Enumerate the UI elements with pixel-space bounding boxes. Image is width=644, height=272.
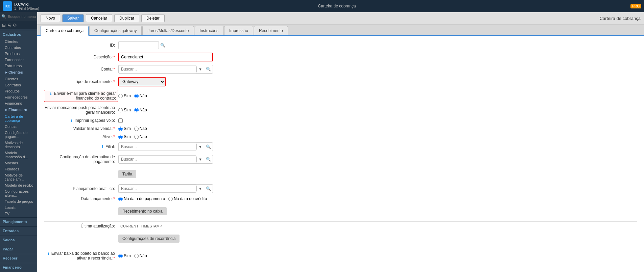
sidebar-item-produtos[interactable]: Produtos [0, 51, 37, 57]
config-alternativa-search-icon[interactable]: 🔍 [204, 156, 213, 162]
conta-arrow[interactable]: ▼ [196, 66, 204, 72]
sidebar-item-condicoes[interactable]: Condições de pagam... [0, 130, 37, 140]
enviar-email-nao-label[interactable]: Não [134, 93, 147, 98]
planejamento-arrow[interactable]: ▼ [196, 186, 204, 191]
sidebar-item-financeiro-sub[interactable]: Financeiro [0, 100, 37, 106]
ativo-nao-radio[interactable] [134, 135, 139, 139]
sidebar-subsection-financeiro[interactable]: ▸ Financeiro [0, 106, 37, 113]
ativo-sim-radio[interactable] [118, 135, 123, 139]
validar-filial-sim-label[interactable]: Sim [118, 126, 131, 131]
settings-icon[interactable]: ⚙ [13, 23, 17, 28]
sidebar-item-config-alternativas[interactable]: Configurações altern... [0, 188, 37, 198]
validar-filial-nao-radio[interactable] [134, 127, 139, 131]
validar-filial-sim-radio[interactable] [118, 127, 123, 131]
filial-search-icon[interactable]: 🔍 [204, 144, 213, 150]
enviar-push-nao-label[interactable]: Não [134, 108, 147, 112]
sidebar-item-feriados[interactable]: Feriados [0, 166, 37, 172]
enviar-email-sim-radio[interactable] [118, 94, 123, 98]
sidebar-item-motivos-desconto[interactable]: Motivos de desconto [0, 140, 37, 150]
ativo-sim-label[interactable]: Sim [118, 134, 131, 139]
sidebar-item-contas[interactable]: Contas [0, 124, 37, 130]
enviar-push-nao-radio[interactable] [134, 108, 139, 112]
sidebar-item-tv[interactable]: TV [0, 211, 37, 217]
sidebar-item-produtos2[interactable]: Produtos [0, 88, 37, 94]
planejamento-search-icon[interactable]: 🔍 [204, 186, 213, 192]
sidebar-item-fornecedor[interactable]: Fornecedor [0, 57, 37, 63]
enviar-push-sim-radio[interactable] [118, 108, 123, 112]
config-alternativa-input[interactable] [119, 155, 196, 163]
enviar-email-label: ℹ Enviar e-mail para cliente ao gerar fi… [44, 90, 118, 102]
planejamento-input[interactable] [119, 185, 196, 193]
tab-recebimento[interactable]: Recebimento [254, 26, 288, 35]
ativo-nao-label[interactable]: Não [134, 134, 147, 139]
tab-instrucoes[interactable]: Instruções [195, 26, 223, 35]
enviar-baixa-nao-radio[interactable] [134, 254, 139, 258]
sidebar-item-moedas[interactable]: Moedas [0, 160, 37, 166]
tarifa-section-header[interactable]: Tarifa [118, 167, 136, 181]
enviar-baixa-sim-label[interactable]: Sim [118, 253, 131, 258]
id-input[interactable] [118, 41, 159, 49]
data-lancamento-radio-group: Na data do pagamento Na data do crédito [118, 196, 247, 201]
row-imprimir-ligacoes: ℹ Imprimir ligações voip: [44, 118, 637, 123]
sidebar-subsection-clientes[interactable]: ▸ Clientes [0, 69, 37, 76]
sidebar-section-cadastros[interactable]: Cadastros [0, 30, 37, 38]
filial-input[interactable] [119, 143, 196, 151]
sidebar-section-financeiro[interactable]: Financeiro [0, 263, 37, 271]
sidebar-item-estruturas[interactable]: Estruturas [0, 63, 37, 69]
recebimento-section-header[interactable]: Recebimento no caixa [118, 205, 167, 218]
sidebar-item-modelo-impressao[interactable]: Modelo impressão d... [0, 150, 37, 160]
conta-search-icon[interactable]: 🔍 [204, 66, 213, 72]
sidebar-section-planejamento[interactable]: Planejamento [0, 217, 37, 226]
print-icon[interactable]: 🖨 [7, 23, 11, 28]
filial-arrow[interactable]: ▼ [196, 144, 204, 149]
sidebar-item-clientes2[interactable]: Clientes [0, 76, 37, 82]
sidebar-section-pagar[interactable]: Pagar [0, 245, 37, 253]
sidebar-section-saidas[interactable]: Saídas [0, 236, 37, 244]
tab-impressao[interactable]: Impressão [224, 26, 253, 35]
tab-carteira[interactable]: Carteira de cobrança [41, 26, 89, 36]
id-search-icon[interactable]: 🔍 [160, 43, 165, 48]
data-lancamento-pagamento-radio[interactable] [118, 197, 123, 201]
recorrencia-section-header[interactable]: Configurações de recorrência [118, 232, 180, 245]
row-enviar-push: Enviar mensagem push para cliente ao ger… [44, 105, 637, 115]
config-alternativa-arrow[interactable]: ▼ [196, 157, 204, 162]
sidebar-item-fornecedores2[interactable]: Fornecedores [0, 94, 37, 100]
novo-button[interactable]: Novo [41, 14, 60, 22]
validar-filial-nao-label[interactable]: Não [134, 126, 147, 131]
enviar-push-sim-label[interactable]: Sim [118, 108, 131, 112]
sidebar-item-contratos2[interactable]: Contratos [0, 82, 37, 88]
planejamento-combo: ▼ 🔍 [118, 184, 213, 193]
sidebar-item-locais[interactable]: Locais [0, 205, 37, 211]
data-lancamento-credito-label[interactable]: Na data do crédito [168, 196, 207, 201]
salvar-button[interactable]: Salvar [62, 14, 84, 22]
enviar-baixa-nao-label[interactable]: Não [134, 253, 147, 258]
conta-field: ▼ 🔍 [118, 65, 247, 74]
cancelar-button[interactable]: Cancelar [86, 14, 112, 22]
sidebar-section-receber[interactable]: Receber [0, 254, 37, 262]
tipo-recebimento-select[interactable]: Gateway Boleto Débito Automático Manual [118, 77, 166, 86]
sidebar-section-entradas[interactable]: Entradas [0, 226, 37, 235]
conta-input[interactable] [119, 65, 196, 73]
data-lancamento-credito-radio[interactable] [168, 197, 173, 201]
tab-gateway[interactable]: Configurações gateway [89, 26, 142, 35]
sidebar-item-tabela-precos[interactable]: Tabela de preços [0, 198, 37, 205]
sidebar-item-motivos-cancelamento[interactable]: Motivos de cancelam... [0, 172, 37, 182]
sidebar-search[interactable]: 🔍 [0, 12, 37, 21]
row-tipo-recebimento: Tipo de recebimento:* Gateway Boleto Déb… [44, 77, 637, 86]
enviar-email-nao-radio[interactable] [134, 94, 139, 98]
enviar-email-sim-label[interactable]: Sim [118, 93, 131, 98]
sidebar-item-carteira[interactable]: Carteira de cobrança [0, 113, 37, 124]
duplicar-button[interactable]: Duplicar [114, 14, 139, 22]
imprimir-ligacoes-checkbox[interactable] [118, 118, 123, 123]
enviar-baixa-sim-radio[interactable] [118, 254, 123, 258]
sidebar-item-clientes[interactable]: Clientes [0, 38, 37, 45]
sidebar-item-contratos[interactable]: Contratos [0, 45, 37, 51]
data-lancamento-pagamento-label[interactable]: Na data do pagamento [118, 196, 165, 201]
sidebar-search-input[interactable] [8, 15, 36, 19]
descricao-input[interactable] [118, 53, 213, 61]
deletar-button[interactable]: Deletar [141, 14, 165, 22]
row-enviar-email: ℹ Enviar e-mail para cliente ao gerar fi… [44, 90, 637, 102]
grid-icon[interactable]: ⊞ [2, 23, 6, 28]
tab-juros[interactable]: Juros/Multas/Desconto [142, 26, 194, 35]
sidebar-item-modelo-recibo[interactable]: Modelo de recibo [0, 182, 37, 188]
